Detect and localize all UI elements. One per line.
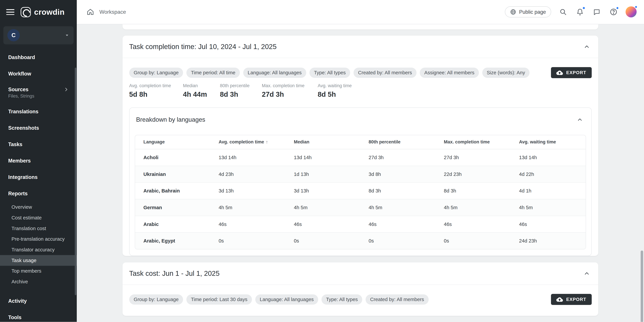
filter-chip-assignee[interactable]: Assignee: All members xyxy=(420,68,479,78)
collapse-breakdown-button[interactable] xyxy=(573,113,586,126)
sidebar-item-integrations[interactable]: Integrations xyxy=(0,169,77,185)
previous-card-bottom-edge xyxy=(122,24,598,30)
task-completion-header: Task completion time: Jul 10, 2024 - Jul… xyxy=(122,36,598,58)
user-avatar[interactable] xyxy=(626,6,636,17)
chevron-up-icon xyxy=(577,117,583,123)
filter-chip-created-by[interactable]: Created by: All members xyxy=(366,294,428,305)
project-selector[interactable]: C xyxy=(3,26,74,44)
collapse-task-cost-button[interactable] xyxy=(580,267,593,280)
sidebar-item-reports[interactable]: Reports xyxy=(0,185,77,202)
sidebar-item-archive[interactable]: Archive xyxy=(0,276,77,287)
project-avatar: C xyxy=(8,29,20,41)
table-row-arabic-egypt: Arabic, Egypt 0s 0s 0s 0s 24d 23h xyxy=(135,232,586,249)
crowdin-logo-icon xyxy=(20,7,31,17)
filter-chip-language[interactable]: Language: All languages xyxy=(243,68,306,78)
column-header-language[interactable]: Language xyxy=(135,135,210,149)
sidebar-item-workflow[interactable]: Workflow xyxy=(0,66,77,82)
sidebar-scrollbar[interactable] xyxy=(75,68,76,295)
export-button[interactable]: EXPORT xyxy=(551,294,592,305)
sidebar-item-screenshots[interactable]: Screenshots xyxy=(0,120,77,136)
notifications-bell-icon[interactable] xyxy=(575,7,585,17)
sidebar-item-activity[interactable]: Activity xyxy=(0,293,77,309)
help-icon[interactable] xyxy=(609,7,618,17)
stat-avg-completion-time: Avg. completion time 5d 8h xyxy=(129,83,183,98)
filter-chip-created-by[interactable]: Created by: All members xyxy=(354,68,416,78)
search-icon[interactable] xyxy=(558,7,568,17)
app-window: crowdin Workspace Public page xyxy=(0,0,644,322)
sidebar: C Dashboard Workflow Sources Files, Stri… xyxy=(0,24,77,322)
breakdown-by-languages-card: Breakdown by languages Lang xyxy=(129,107,592,256)
crowdin-logo-text: crowdin xyxy=(34,7,64,16)
column-header-max-completion-time[interactable]: Max. completion time xyxy=(436,135,511,149)
public-page-label: Public page xyxy=(519,9,546,15)
notification-dot xyxy=(582,6,585,9)
stat-avg-waiting-time: Avg. waiting time 8d 5h xyxy=(318,83,352,98)
sidebar-item-tools[interactable]: Tools xyxy=(0,309,77,322)
task-cost-card: Task cost: Jun 1 - Jul 1, 2025 Group by:… xyxy=(122,262,598,316)
task-cost-title: Task cost: Jun 1 - Jul 1, 2025 xyxy=(129,269,220,278)
filter-chip-time-period[interactable]: Time period: Last 30 days xyxy=(186,294,252,305)
table-row-ukrainian: Ukrainian 4d 23h 1d 13h 3d 8h 22d 23h 4d… xyxy=(135,166,586,182)
sidebar-item-translator-accuracy[interactable]: Translator accuracy xyxy=(0,244,77,255)
header-actions: Public page xyxy=(505,6,636,17)
top-bar: crowdin Workspace Public page xyxy=(0,0,644,24)
home-icon[interactable] xyxy=(87,8,94,15)
filter-chip-size-words[interactable]: Size (words): Any xyxy=(482,68,530,78)
filter-chip-group-by[interactable]: Group by: Language xyxy=(129,294,183,305)
sidebar-item-dashboard[interactable]: Dashboard xyxy=(0,49,77,66)
sidebar-item-reports-overview[interactable]: Overview xyxy=(0,202,77,212)
sidebar-item-translations[interactable]: Translations xyxy=(0,103,77,120)
breakdown-table: Language Avg. completion time↑ Median 80… xyxy=(135,135,586,249)
chevron-up-icon xyxy=(584,270,590,277)
sidebar-item-top-members[interactable]: Top members xyxy=(0,266,77,277)
collapse-task-completion-button[interactable] xyxy=(580,40,593,53)
task-cost-filters: Group by: Language Time period: Last 30 … xyxy=(129,294,592,305)
sidebar-item-cost-estimate[interactable]: Cost estimate xyxy=(0,212,77,223)
sidebar-item-pre-translation-accuracy[interactable]: Pre-translation accuracy xyxy=(0,234,77,245)
help-notification-dot xyxy=(616,6,619,9)
filter-chip-language[interactable]: Language: All languages xyxy=(255,294,318,305)
hamburger-menu-icon[interactable] xyxy=(6,9,14,15)
column-header-avg-completion-time[interactable]: Avg. completion time↑ xyxy=(210,135,286,149)
breakdown-header: Breakdown by languages xyxy=(130,108,591,132)
table-row-german: German 4h 5m 4h 5m 4h 5m 4h 5m 4h 5m xyxy=(135,199,586,216)
sidebar-item-tasks[interactable]: Tasks xyxy=(0,136,77,153)
task-completion-stats: Avg. completion time 5d 8h Median 4h 44m… xyxy=(129,83,592,98)
stat-80th-percentile: 80th percentile 8d 3h xyxy=(220,83,262,98)
chevron-right-icon xyxy=(64,87,68,92)
filter-chip-type[interactable]: Type: All types xyxy=(310,68,350,78)
task-completion-filters: Group by: Language Time period: All time… xyxy=(129,67,592,78)
stat-median: Median 4h 44m xyxy=(183,83,220,98)
column-header-median[interactable]: Median xyxy=(286,135,360,149)
sources-subtitle: Files, Strings xyxy=(8,94,68,99)
task-cost-header: Task cost: Jun 1 - Jul 1, 2025 xyxy=(122,262,598,285)
avatar-notification-dot xyxy=(634,5,638,8)
sidebar-item-task-usage[interactable]: Task usage xyxy=(0,255,77,266)
sidebar-item-sources[interactable]: Sources Files, Strings xyxy=(0,82,77,103)
table-row-acholi: Acholi 13d 14h 13d 14h 27d 3h 27d 3h 13d… xyxy=(135,149,586,166)
table-row-arabic-bahrain: Arabic, Bahrain 3d 13h 3d 13h 8d 3h 8d 3… xyxy=(135,182,586,199)
cloud-upload-icon xyxy=(556,297,563,302)
column-header-avg-waiting-time[interactable]: Avg. waiting time xyxy=(511,135,586,149)
header: Workspace Public page xyxy=(77,0,644,24)
sidebar-item-translation-cost[interactable]: Translation cost xyxy=(0,223,77,234)
filter-chip-group-by[interactable]: Group by: Language xyxy=(129,68,183,78)
table-header-row: Language Avg. completion time↑ Median 80… xyxy=(135,135,586,149)
stat-max-completion-time: Max. completion time 27d 3h xyxy=(262,83,318,98)
breadcrumb-workspace[interactable]: Workspace xyxy=(100,9,126,15)
crowdin-logo[interactable]: crowdin xyxy=(20,7,65,17)
export-button[interactable]: EXPORT xyxy=(551,67,592,78)
task-completion-card: Task completion time: Jul 10, 2024 - Jul… xyxy=(122,36,598,256)
filter-chip-time-period[interactable]: Time period: All time xyxy=(186,68,240,78)
public-page-button[interactable]: Public page xyxy=(505,6,551,17)
column-header-80th-percentile[interactable]: 80th percentile xyxy=(360,135,436,149)
caret-down-icon xyxy=(64,33,70,38)
sort-ascending-icon: ↑ xyxy=(266,140,268,145)
breakdown-title: Breakdown by languages xyxy=(136,116,205,123)
sidebar-item-members[interactable]: Members xyxy=(0,153,77,169)
page-scrollbar[interactable] xyxy=(641,251,643,322)
cloud-upload-icon xyxy=(556,70,563,75)
filter-chip-type[interactable]: Type: All types xyxy=(322,294,362,305)
globe-icon xyxy=(510,9,516,15)
messages-icon[interactable] xyxy=(592,7,602,17)
